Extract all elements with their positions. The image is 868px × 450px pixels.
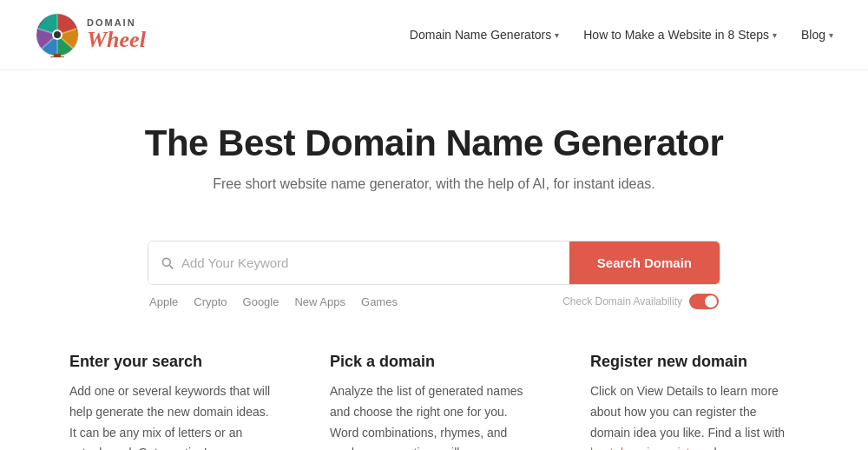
nav-how-to[interactable]: How to Make a Website in 8 Steps ▾ [583, 28, 777, 42]
svg-rect-4 [50, 56, 64, 57]
hero-subtitle: Free short website name generator, with … [35, 176, 833, 192]
features-section: Enter your search Add one or several key… [0, 309, 868, 450]
feature-pick-domain-title: Pick a domain [330, 353, 538, 371]
feature-register-domain-desc: Click on View Details to learn more abou… [590, 381, 799, 450]
main-nav: Domain Name Generators ▾ How to Make a W… [410, 28, 833, 42]
feature-pick-domain-desc: Analyze the list of generated names and … [330, 381, 538, 450]
search-bar: Search Domain [148, 241, 720, 285]
logo[interactable]: DOMAIN Wheel [35, 12, 146, 57]
search-icon [161, 256, 174, 270]
nav-blog[interactable]: Blog ▾ [801, 28, 833, 42]
svg-point-5 [162, 258, 170, 266]
logo-icon [35, 12, 80, 57]
register-desc-part1: Click on View Details to learn more abou… [590, 384, 785, 440]
feature-register-domain-title: Register new domain [590, 353, 799, 371]
logo-text: DOMAIN Wheel [87, 17, 146, 53]
svg-point-2 [54, 31, 61, 38]
feature-pick-domain: Pick a domain Analyze the list of genera… [330, 353, 538, 450]
toggle-switch[interactable] [689, 294, 719, 309]
search-section: Search Domain Apple Crypto Google New Ap… [0, 241, 868, 309]
svg-line-6 [169, 265, 173, 268]
nav-domain-generators[interactable]: Domain Name Generators ▾ [410, 28, 559, 42]
toggle-label: Check Domain Availability [562, 295, 682, 308]
search-input[interactable] [181, 255, 557, 270]
page-title: The Best Domain Name Generator [35, 122, 833, 164]
feature-enter-search-title: Enter your search [69, 353, 278, 371]
feature-register-domain: Register new domain Click on View Detail… [590, 353, 799, 450]
chevron-down-icon: ▾ [773, 30, 777, 40]
feature-enter-search: Enter your search Add one or several key… [69, 353, 278, 450]
tag-apple[interactable]: Apple [149, 295, 178, 308]
chevron-down-icon: ▾ [555, 30, 559, 40]
chevron-down-icon: ▾ [829, 30, 833, 40]
quick-tags: Apple Crypto Google New Apps Games [149, 295, 398, 308]
toggle-knob [705, 295, 717, 308]
search-input-wrap [148, 242, 569, 284]
register-desc-part3: here. [711, 446, 742, 450]
domain-availability-toggle: Check Domain Availability [562, 294, 719, 309]
header: DOMAIN Wheel Domain Name Generators ▾ Ho… [0, 0, 868, 70]
tag-crypto[interactable]: Crypto [194, 295, 227, 308]
register-link[interactable]: best domain registrars [590, 446, 711, 450]
hero-section: The Best Domain Name Generator Free shor… [0, 70, 868, 241]
search-domain-button[interactable]: Search Domain [569, 242, 720, 284]
logo-wheel-label: Wheel [87, 28, 146, 53]
tag-new-apps[interactable]: New Apps [294, 295, 345, 308]
tags-row: Apple Crypto Google New Apps Games Check… [148, 294, 720, 309]
tag-google[interactable]: Google [243, 295, 279, 308]
logo-domain-label: DOMAIN [87, 17, 146, 28]
feature-enter-search-desc: Add one or several keywords that will he… [69, 381, 278, 450]
tag-games[interactable]: Games [361, 295, 398, 308]
